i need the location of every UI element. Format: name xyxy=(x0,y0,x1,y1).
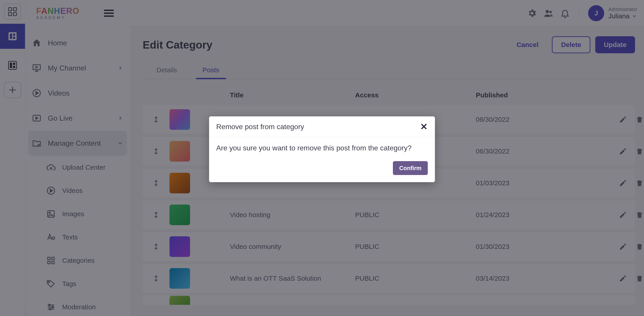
modal-title: Remove post from category xyxy=(216,123,304,131)
modal-body: Are you sure you want to remove this pos… xyxy=(209,137,435,161)
modal-overlay[interactable]: Remove post from category ✕ Are you sure… xyxy=(0,0,644,316)
remove-post-modal: Remove post from category ✕ Are you sure… xyxy=(209,116,435,182)
modal-close-button[interactable]: ✕ xyxy=(420,122,428,131)
confirm-button[interactable]: Confirm xyxy=(393,161,428,175)
